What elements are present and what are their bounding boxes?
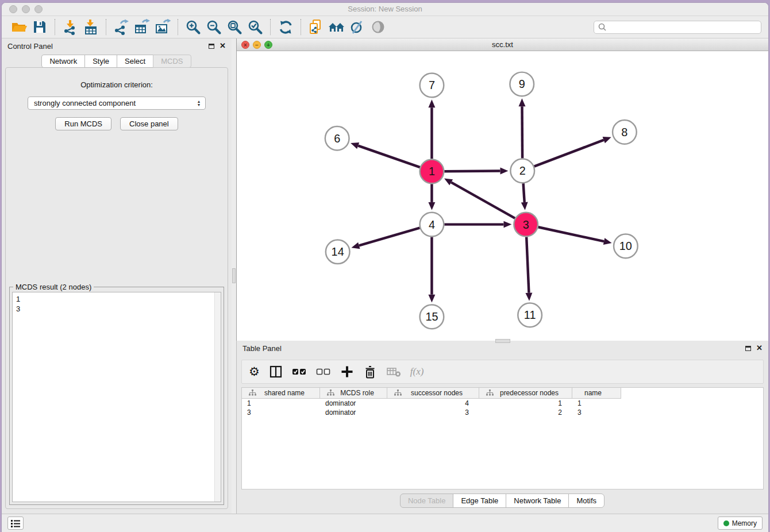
minimize-window-button[interactable] — [22, 5, 30, 13]
control-tab-network[interactable]: Network — [41, 55, 85, 68]
open-file-button[interactable] — [9, 17, 29, 37]
toolbar-separator — [270, 19, 271, 35]
splitter-grip[interactable] — [232, 268, 236, 283]
search-input[interactable] — [607, 23, 757, 31]
close-window-button[interactable] — [9, 5, 17, 13]
hide-button[interactable] — [347, 17, 368, 37]
delete-table-button[interactable] — [386, 363, 401, 380]
eye-icon — [371, 20, 386, 34]
export-network-button[interactable] — [111, 17, 132, 37]
zoom-in-button[interactable] — [183, 17, 203, 37]
graph-edge-arrowhead — [519, 98, 526, 106]
maximize-window-button[interactable] — [34, 5, 43, 13]
graph-edge-3-10[interactable] — [538, 227, 605, 241]
network-graph[interactable]: 1234678910111415 — [237, 51, 768, 341]
zoom-selected-button[interactable] — [245, 17, 265, 37]
table-row[interactable]: 1dominator411 — [242, 399, 763, 408]
network-minimize-button[interactable]: − — [253, 41, 261, 49]
graph-node-3[interactable]: 3 — [514, 213, 538, 237]
horizontal-splitter-grip[interactable] — [495, 339, 510, 343]
save-session-button[interactable] — [29, 17, 50, 37]
criterion-dropdown[interactable]: strongly connected component ▴▾ — [28, 97, 206, 110]
close-panel-icon[interactable]: ✕ — [220, 43, 226, 49]
table-row[interactable]: 3dominator323 — [242, 408, 763, 417]
refresh-button[interactable] — [275, 17, 296, 37]
result-scrollbar[interactable] — [214, 292, 221, 502]
table-tab-edge-table[interactable]: Edge Table — [453, 494, 506, 508]
add-column-button[interactable] — [340, 363, 354, 380]
export-image-icon — [155, 19, 171, 35]
graph-edge-2-9[interactable] — [522, 106, 522, 158]
table-tab-motifs[interactable]: Motifs — [568, 494, 605, 508]
graph-node-15[interactable]: 15 — [420, 305, 444, 329]
graph-node-7[interactable]: 7 — [420, 74, 444, 98]
graph-edge-3-11[interactable] — [526, 237, 529, 292]
graph-node-2[interactable]: 2 — [510, 159, 534, 183]
node-label: 7 — [429, 79, 435, 91]
graph-node-14[interactable]: 14 — [326, 240, 350, 264]
delete-column-button[interactable] — [363, 363, 377, 380]
graph-node-6[interactable]: 6 — [325, 126, 349, 151]
column-header-successor-nodes[interactable]: successor nodes — [387, 388, 479, 399]
eye-button[interactable] — [368, 17, 388, 37]
control-tab-select[interactable]: Select — [117, 55, 153, 68]
graph-edge-arrowhead — [503, 221, 511, 228]
toolbar-separator — [106, 19, 106, 35]
duplicate-network-button[interactable] — [306, 17, 326, 37]
tree-icon — [483, 390, 494, 396]
export-table-button[interactable] — [132, 17, 152, 37]
deselect-all-button[interactable] — [316, 363, 331, 380]
export-image-button[interactable] — [152, 17, 173, 37]
float-panel-icon[interactable] — [209, 44, 214, 49]
homes-button[interactable] — [326, 17, 347, 37]
table-cell: dominator — [320, 408, 387, 417]
window-titlebar: Session: New Session — [2, 3, 768, 16]
status-bar: Memory — [2, 514, 768, 532]
run-mcds-button[interactable]: Run MCDS — [55, 117, 111, 130]
column-header-name[interactable]: name — [572, 388, 621, 399]
column-header-shared-name[interactable]: shared name — [242, 388, 320, 399]
control-tab-style[interactable]: Style — [84, 55, 117, 68]
column-header-MCDS-role[interactable]: MCDS role — [320, 388, 387, 399]
table-tab-network-table[interactable]: Network Table — [506, 494, 569, 508]
network-canvas[interactable]: 1234678910111415 — [237, 51, 768, 341]
table-tab-node-table[interactable]: Node Table — [400, 494, 454, 508]
graph-edge-2-8[interactable] — [534, 140, 604, 167]
show-columns-button[interactable] — [269, 363, 283, 380]
search-field[interactable] — [594, 21, 761, 34]
table-settings-button[interactable]: ⚙ — [249, 363, 260, 380]
memory-button[interactable]: Memory — [718, 516, 763, 530]
select-all-button[interactable] — [292, 363, 307, 380]
close-table-panel-icon[interactable]: ✕ — [756, 345, 763, 351]
zoom-fit-button[interactable] — [224, 17, 245, 37]
zoom-out-button[interactable] — [203, 17, 224, 37]
graph-edge-arrowhead — [521, 202, 528, 210]
network-close-button[interactable]: × — [241, 41, 249, 49]
mcds-result-box: MCDS result (2 nodes) 13 — [9, 287, 224, 505]
graph-node-11[interactable]: 11 — [518, 303, 542, 327]
close-panel-button[interactable]: Close panel — [120, 117, 178, 130]
column-label: shared name — [256, 389, 313, 397]
graph-edge-1-2[interactable] — [444, 171, 500, 172]
import-table-button[interactable] — [80, 17, 101, 37]
mcds-result-list[interactable]: 13 — [13, 292, 214, 502]
graph-edge-2-3[interactable] — [523, 183, 525, 202]
graph-node-10[interactable]: 10 — [614, 234, 638, 258]
graph-node-8[interactable]: 8 — [613, 120, 637, 144]
graph-node-9[interactable]: 9 — [510, 72, 534, 97]
import-network-button[interactable] — [60, 17, 80, 37]
vertical-splitter[interactable] — [232, 38, 236, 514]
float-table-panel-icon[interactable] — [745, 346, 751, 351]
function-builder-button[interactable]: f(x) — [410, 363, 424, 380]
graph-edge-3-1[interactable] — [451, 182, 515, 218]
column-header-predecessor-nodes[interactable]: predecessor nodes — [479, 388, 572, 399]
graph-node-1[interactable]: 1 — [420, 159, 444, 183]
zoom-in-icon — [186, 20, 201, 35]
graph-edge-4-14[interactable] — [359, 228, 420, 246]
table-cell: 1 — [242, 399, 320, 407]
graph-edge-1-6[interactable] — [358, 146, 420, 168]
control-tab-mcds[interactable]: MCDS — [153, 55, 191, 68]
graph-node-4[interactable]: 4 — [420, 213, 444, 237]
network-maximize-button[interactable]: + — [264, 41, 272, 49]
task-history-button[interactable] — [7, 516, 24, 530]
